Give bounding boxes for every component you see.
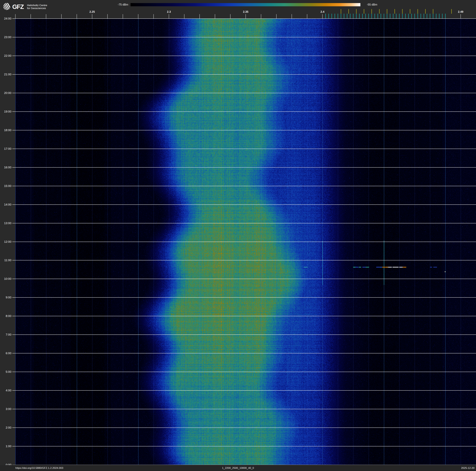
footer-bar: https://doi.org/10.5880/GFZ.1.2.2024.003… xyxy=(0,465,476,471)
ble-channel-tick xyxy=(372,14,372,18)
ble-channel-tick xyxy=(353,14,354,18)
hour-gridline xyxy=(12,93,476,93)
ble-channel-tick xyxy=(411,14,412,18)
hour-gridline xyxy=(12,167,476,167)
wifi-channel-tick xyxy=(394,9,395,14)
freq-minor-tick xyxy=(215,14,215,18)
wifi-channel-tick xyxy=(356,9,357,14)
freq-minor-tick xyxy=(169,14,169,18)
ble-channel-tick xyxy=(442,14,442,18)
freq-tick-label: 2.35 xyxy=(243,10,248,14)
freq-minor-tick xyxy=(276,14,276,18)
hour-gridline xyxy=(12,372,476,372)
wifi-channel-tick xyxy=(387,9,387,14)
hour-label: 22:00 xyxy=(0,54,11,57)
hour-gridline xyxy=(12,242,476,242)
freq-minor-tick xyxy=(246,14,246,18)
hour-label: 4:00 xyxy=(0,389,11,392)
ble-channel-tick xyxy=(433,14,433,18)
org-name: Helmholtz Centre for Geosciences xyxy=(27,4,47,10)
hour-label: 23:00 xyxy=(0,36,11,39)
freq-tick-label: 2.25 xyxy=(89,10,95,14)
hour-gridline xyxy=(12,409,476,409)
colorbar xyxy=(131,3,360,6)
hour-gridline xyxy=(12,446,476,446)
ble-channel-tick xyxy=(365,14,366,18)
hour-label: 12:00 xyxy=(0,240,11,243)
logo-acronym: GFZ xyxy=(12,3,24,10)
hour-label: 13:00 xyxy=(0,221,11,225)
freq-minor-tick xyxy=(92,14,92,18)
ble-channel-tick xyxy=(399,14,400,18)
ble-channel-tick xyxy=(393,14,393,18)
ble-channel-tick xyxy=(325,14,326,18)
hour-label: 20:00 xyxy=(0,91,11,95)
wifi-channel-tick xyxy=(402,9,403,14)
colorbar-min-label: -75 dBm xyxy=(106,3,128,6)
ble-channel-tick xyxy=(424,14,424,18)
hour-gridline xyxy=(12,204,476,205)
hour-label: 18:00 xyxy=(0,128,11,132)
colorbar-max-label: -55 dBm xyxy=(367,3,377,6)
hour-gridline xyxy=(12,260,476,260)
freq-minor-tick xyxy=(153,14,154,18)
doi-link: https://doi.org/10.5880/GFZ.1.2.2024.003 xyxy=(15,465,63,471)
ble-channel-tick xyxy=(328,14,329,18)
ble-channel-tick xyxy=(436,14,436,18)
freq-tick-label: 2.4 xyxy=(321,10,324,14)
ble-channel-tick xyxy=(390,14,390,18)
ble-channel-tick xyxy=(445,14,446,18)
ble-channel-tick xyxy=(387,14,387,18)
freq-minor-tick xyxy=(107,14,108,18)
hour-label: 6:00 xyxy=(0,352,11,355)
hour-label: 21:00 xyxy=(0,73,11,76)
wifi-channel-tick xyxy=(425,9,426,14)
ble-channel-tick xyxy=(335,14,335,18)
freq-minor-tick xyxy=(46,14,46,18)
ble-channel-tick xyxy=(439,14,440,18)
hour-gridline xyxy=(12,334,476,335)
ble-channel-tick xyxy=(427,14,427,18)
ble-channel-tick xyxy=(362,14,363,18)
hour-label: 14:00 xyxy=(0,203,11,206)
wifi-channel-tick xyxy=(418,9,418,14)
date-label: 2025-12-20 xyxy=(461,465,475,471)
hour-gridline xyxy=(12,390,476,391)
hour-gridline xyxy=(12,149,476,149)
hour-label: 17:00 xyxy=(0,147,11,150)
hour-label: 10:00 xyxy=(0,277,11,281)
hour-label: 5:00 xyxy=(0,370,11,374)
ble-channel-tick xyxy=(402,14,403,18)
ble-channel-tick xyxy=(405,14,406,18)
wifi-channel-tick xyxy=(341,9,341,14)
hour-gridline xyxy=(12,465,476,465)
ble-channel-tick xyxy=(341,14,341,18)
wifi-channel-tick xyxy=(364,9,364,14)
hour-gridline xyxy=(12,18,476,19)
ble-channel-tick xyxy=(368,14,369,18)
freq-minor-tick xyxy=(200,14,200,18)
hour-label: 1:00 xyxy=(0,445,11,448)
freq-tick-label: 2.3 xyxy=(167,10,171,14)
wifi-channel-tick xyxy=(433,9,433,14)
freq-tick-label: 2.49 xyxy=(458,10,463,14)
ble-channel-tick xyxy=(350,14,350,18)
org-line2: for Geosciences xyxy=(27,7,47,10)
ble-channel-tick xyxy=(359,14,360,18)
ble-channel-tick xyxy=(378,14,378,18)
hour-gridline xyxy=(12,279,476,279)
freq-minor-tick xyxy=(460,14,461,18)
freq-minor-tick xyxy=(123,14,123,18)
org-line1: Helmholtz Centre xyxy=(27,4,47,7)
hour-label: 9:00 xyxy=(0,296,11,299)
hour-label: 19:00 xyxy=(0,110,11,113)
wifi-channel-tick xyxy=(379,9,380,14)
freq-minor-tick xyxy=(184,14,184,18)
ble-channel-tick xyxy=(414,14,415,18)
freq-minor-tick xyxy=(15,14,16,18)
freq-minor-tick xyxy=(230,14,230,18)
spectrogram-page: GFZ Helmholtz Centre for Geosciences -75… xyxy=(0,0,476,471)
freq-minor-tick xyxy=(261,14,261,18)
ble-channel-tick xyxy=(418,14,418,18)
hour-gridline xyxy=(12,37,476,37)
